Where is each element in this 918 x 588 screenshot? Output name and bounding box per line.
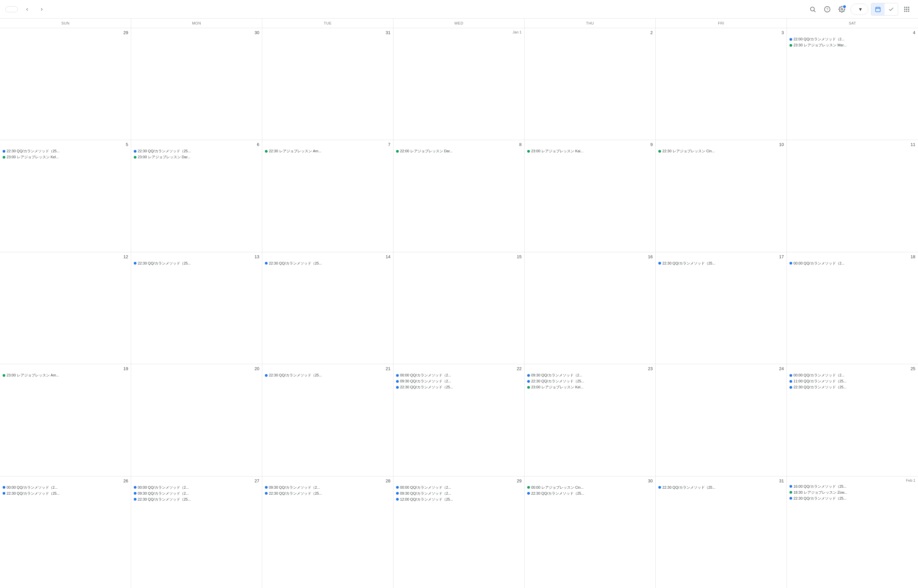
calendar-event[interactable]: 00:00 QQ/カランメソッド（2... (1, 485, 129, 490)
day-cell[interactable]: 2500:00 QQ/カランメソッド（2...11:00 QQ/カランメソッド（… (787, 364, 918, 476)
search-button[interactable] (807, 3, 819, 15)
settings-button[interactable] (836, 3, 848, 15)
event-dot (3, 150, 5, 153)
day-cell[interactable]: 923:00 レアジョブレッスン Kai... (525, 140, 656, 252)
day-cell[interactable]: 12 (0, 252, 131, 364)
day-cell[interactable]: 3122:30 QQ/カランメソッド（25... (656, 477, 787, 588)
day-cell[interactable]: 30 (131, 28, 262, 140)
calendar-event[interactable]: 23:30 レアジョブレッスン Mar... (788, 42, 917, 48)
view-dropdown[interactable]: ▼ (850, 4, 868, 15)
day-number: 22 (395, 365, 523, 372)
calendar-event[interactable]: 22:30 レアジョブレッスン Cin... (657, 148, 785, 154)
calendar-event[interactable]: 22:30 レアジョブレッスン Am... (263, 148, 392, 154)
day-cell[interactable]: 522:30 QQ/カランメソッド（25...23:00 レアジョブレッスン K… (0, 140, 131, 252)
calendar-event[interactable]: 22:30 QQ/カランメソッド（25... (133, 260, 261, 266)
calendar-event[interactable]: 22:30 QQ/カランメソッド（25... (788, 496, 917, 501)
calendar-event[interactable]: 22:30 QQ/カランメソッド（25... (657, 485, 785, 490)
day-cell[interactable]: 20 (131, 364, 262, 476)
calendar-event[interactable]: 22:30 QQ/カランメソッド（25... (1, 491, 129, 496)
day-cell[interactable]: 16 (525, 252, 656, 364)
task-view-button[interactable] (884, 3, 898, 15)
calendar-event[interactable]: 22:30 QQ/カランメソッド（25... (263, 373, 392, 378)
day-cell[interactable]: 2700:00 QQ/カランメソッド（2...09:30 QQ/カランメソッド（… (131, 477, 262, 588)
day-cell[interactable]: 2600:00 QQ/カランメソッド（2...22:30 QQ/カランメソッド（… (0, 477, 131, 588)
calendar-event[interactable]: 23:00 レアジョブレッスン Kel... (526, 384, 654, 390)
day-cell[interactable]: 3000:00 レアジョブレッスン Cin...22:30 QQ/カランメソッド… (525, 477, 656, 588)
day-cell[interactable]: Feb 116:00 QQ/カランメソッド（25...18:30 レアジョブレッ… (787, 477, 918, 588)
day-cell[interactable]: 622:30 QQ/カランメソッド（25...23:00 レアジョブレッスン D… (131, 140, 262, 252)
calendar-event[interactable]: 16:00 QQ/カランメソッド（25... (788, 484, 917, 489)
calendar-event[interactable]: 09:30 QQ/カランメソッド（2... (526, 373, 654, 378)
day-cell[interactable]: 29 (0, 28, 131, 140)
calendar-event[interactable]: 22:30 QQ/カランメソッド（25... (526, 378, 654, 384)
day-number: 26 (1, 478, 129, 484)
calendar-event[interactable]: 23:00 レアジョブレッスン Dar... (133, 154, 261, 160)
calendar-event[interactable]: 00:00 QQ/カランメソッド（2... (395, 485, 523, 490)
calendar-event[interactable]: 23:00 レアジョブレッスン Kai... (526, 148, 654, 154)
day-cell[interactable]: 15 (393, 252, 525, 364)
calendar-event[interactable]: 22:30 QQ/カランメソッド（25... (263, 491, 392, 496)
event-text: 22:30 QQ/カランメソッド（25... (400, 385, 453, 390)
calendar-event[interactable]: 11:00 QQ/カランメソッド（25... (788, 378, 917, 384)
day-cell[interactable]: 24 (656, 364, 787, 476)
calendar-event[interactable]: 23:00 レアジョブレッスン Kel... (1, 154, 129, 160)
day-cell[interactable]: 1322:30 QQ/カランメソッド（25... (131, 252, 262, 364)
calendar-event[interactable]: 09:30 QQ/カランメソッド（2... (395, 491, 523, 496)
calendar-event[interactable]: 22:30 QQ/カランメソッド（25... (395, 384, 523, 390)
event-text: 22:00 レアジョブレッスン Dar... (400, 149, 453, 153)
svg-rect-12 (904, 9, 905, 10)
day-cell[interactable]: 422:00 QQ/カランメソッド（2...23:30 レアジョブレッスン Ma… (787, 28, 918, 140)
day-cell[interactable]: Jan 1 (393, 28, 525, 140)
day-cell[interactable]: 31 (262, 28, 393, 140)
calendar-event[interactable]: 00:00 QQ/カランメソッド（2... (133, 485, 261, 490)
apps-button[interactable] (901, 3, 913, 15)
event-dot (527, 386, 530, 389)
day-cell[interactable]: 822:00 レアジョブレッスン Dar... (393, 140, 525, 252)
svg-rect-9 (904, 6, 905, 8)
calendar-event[interactable]: 22:30 QQ/カランメソッド（25... (657, 260, 785, 266)
calendar-event[interactable]: 00:00 QQ/カランメソッド（2... (788, 373, 917, 378)
help-button[interactable]: ? (821, 3, 833, 15)
calendar-event[interactable]: 22:30 QQ/カランメソッド（25... (133, 148, 261, 154)
prev-button[interactable]: ‹ (22, 4, 32, 15)
calendar-event[interactable]: 22:30 QQ/カランメソッド（25... (788, 384, 917, 390)
calendar-event[interactable]: 23:00 レアジョブレッスン Am... (1, 373, 129, 378)
calendar-event[interactable]: 22:30 QQ/カランメソッド（25... (133, 497, 261, 502)
calendar-event[interactable]: 12:00 QQ/カランメソッド（25... (395, 497, 523, 502)
calendar-event[interactable]: 22:00 レアジョブレッスン Dar... (395, 148, 523, 154)
day-cell[interactable]: 1422:30 QQ/カランメソッド（25... (262, 252, 393, 364)
day-cell[interactable]: 2122:30 QQ/カランメソッド（25... (262, 364, 393, 476)
today-button[interactable] (5, 6, 18, 12)
day-cell[interactable]: 2809:30 QQ/カランメソッド（2...22:30 QQ/カランメソッド（… (262, 477, 393, 588)
calendar-event[interactable]: 00:00 QQ/カランメソッド（2... (395, 373, 523, 378)
calendar-event[interactable]: 09:30 QQ/カランメソッド（2... (133, 491, 261, 496)
calendar-view-button[interactable] (871, 3, 884, 15)
day-number: 5 (1, 141, 129, 148)
calendar-event[interactable]: 22:30 QQ/カランメソッド（25... (526, 491, 654, 496)
calendar-event[interactable]: 09:30 QQ/カランメソッド（2... (263, 485, 392, 490)
day-cell[interactable]: 11 (787, 140, 918, 252)
event-dot (396, 498, 399, 501)
svg-rect-10 (906, 6, 907, 8)
day-cell[interactable]: 1923:00 レアジョブレッスン Am... (0, 364, 131, 476)
day-cell[interactable]: 2309:30 QQ/カランメソッド（2...22:30 QQ/カランメソッド（… (525, 364, 656, 476)
event-text: 22:30 QQ/カランメソッド（25... (6, 491, 60, 496)
day-cell[interactable]: 2200:00 QQ/カランメソッド（2...09:30 QQ/カランメソッド（… (393, 364, 525, 476)
day-cell[interactable]: 2 (525, 28, 656, 140)
calendar-event[interactable]: 22:30 QQ/カランメソッド（25... (1, 148, 129, 154)
event-dot (134, 498, 136, 501)
day-cell[interactable]: 1800:00 QQ/カランメソッド（2... (787, 252, 918, 364)
day-cell[interactable]: 2900:00 QQ/カランメソッド（2...09:30 QQ/カランメソッド（… (393, 477, 525, 588)
calendar-event[interactable]: 00:00 レアジョブレッスン Cin... (526, 485, 654, 490)
calendar-event[interactable]: 22:30 QQ/カランメソッド（25... (263, 260, 392, 266)
next-button[interactable]: › (36, 4, 47, 15)
calendar-event[interactable]: 09:30 QQ/カランメソッド（2... (395, 378, 523, 384)
calendar-event[interactable]: 00:00 QQ/カランメソッド（2... (788, 260, 917, 266)
calendar-event[interactable]: 22:00 QQ/カランメソッド（2... (788, 36, 917, 42)
day-cell[interactable]: 1722:30 QQ/カランメソッド（25... (656, 252, 787, 364)
calendar-event[interactable]: 18:30 レアジョブレッスン Zow... (788, 489, 917, 495)
day-cell[interactable]: 722:30 レアジョブレッスン Am... (262, 140, 393, 252)
event-dot (265, 262, 268, 265)
day-cell[interactable]: 1022:30 レアジョブレッスン Cin... (656, 140, 787, 252)
day-cell[interactable]: 3 (656, 28, 787, 140)
